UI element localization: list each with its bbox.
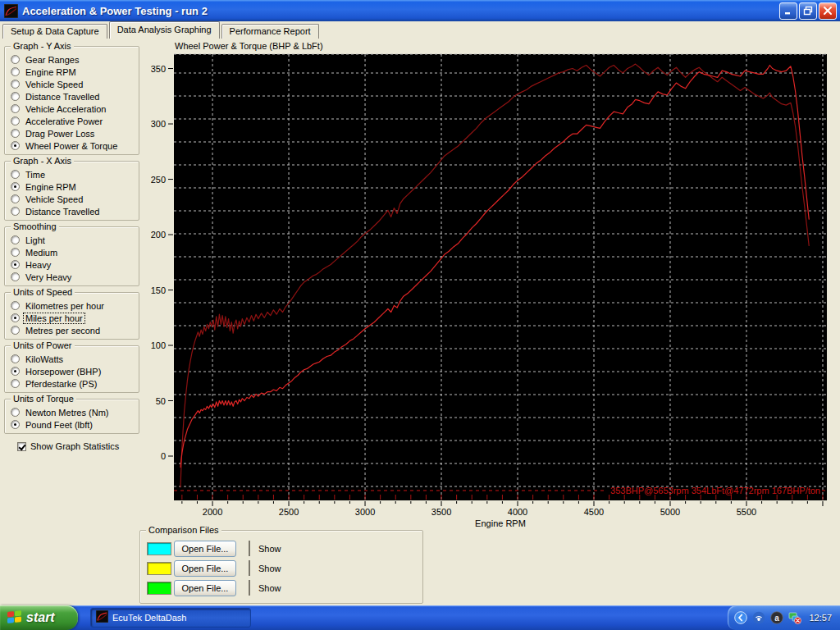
radio-label: Gear Ranges [24,55,80,65]
a-badge-icon[interactable]: a [770,611,783,624]
radio-label: Drag Power Loss [24,129,96,139]
open-file-button[interactable]: Open File... [174,560,236,577]
radio-accelerative-power[interactable]: Accelerative Power [11,115,137,127]
checkbox-icon [249,560,250,576]
radio-icon [11,301,20,310]
radio-very-heavy[interactable]: Very Heavy [11,271,137,283]
tab-performance-report[interactable]: Performance Report [221,24,319,39]
graph-controls-panel: Graph - Y AxisGear RangesEngine RPMVehic… [4,46,139,451]
show-graph-statistics-checkbox[interactable]: Show Graph Statistics [17,441,139,451]
titlebar[interactable]: Acceleration & Power Testing - run 2 [0,0,840,21]
svg-text:5000: 5000 [660,507,680,517]
tab-page: Graph - Y AxisGear RangesEngine RPMVehic… [0,39,840,605]
radio-heavy[interactable]: Heavy [11,258,137,271]
radio-engine-rpm[interactable]: Engine RPM [11,180,137,193]
radio-distance-travelled[interactable]: Distance Travelled [11,205,137,217]
radio-drag-power-loss[interactable]: Drag Power Loss [11,127,137,139]
radio-horsepower-bhp[interactable]: Horsepower (BHP) [11,365,137,377]
radio-icon [11,420,20,429]
group-graph-x-axis: Graph - X AxisTimeEngine RPMVehicle Spee… [4,161,139,221]
radio-label: Medium [24,248,59,258]
svg-text:3500: 3500 [431,507,451,517]
group-label: Graph - Y Axis [11,41,74,51]
radio-vehicle-speed[interactable]: Vehicle Speed [11,193,137,205]
comparison-color-swatch [147,542,171,555]
radio-label: Metres per second [24,326,102,336]
radio-label: Light [24,235,47,245]
show-checkbox[interactable] [249,541,254,556]
radio-wheel-power-torque[interactable]: Wheel Power & Torque [11,139,137,152]
radio-label: Horsepower (BHP) [24,367,103,377]
radio-icon [11,92,20,101]
radio-icon [11,248,20,257]
radio-label: Wheel Power & Torque [24,141,119,151]
radio-icon [11,354,20,363]
taskbar: start EcuTek DeltaDash [0,605,840,630]
task-app-icon [96,610,108,626]
chart-area: Wheel Power & Torque (BHP & LbFt) 050100… [148,41,837,533]
radio-newton-metres-nm[interactable]: Newton Metres (Nm) [11,406,137,418]
checkbox-icon [249,541,250,556]
radio-medium[interactable]: Medium [11,246,137,258]
svg-text:350: 350 [151,64,166,74]
radio-icon [11,67,20,76]
window-title: Acceleration & Power Testing - run 2 [22,5,779,17]
show-label: Show [258,583,281,593]
radio-icon [11,235,20,244]
checkbox-icon [249,580,250,596]
radio-icon [11,260,20,269]
close-button[interactable] [819,2,837,20]
radio-label: Newton Metres (Nm) [24,408,110,418]
tab-data-analysis-graphing[interactable]: Data Analysis Graphing [109,21,220,39]
radio-icon [11,182,20,191]
tab-setup-data-capture[interactable]: Setup & Data Capture [2,24,107,39]
radio-icon [11,207,20,216]
group-label: Units of Torque [11,394,76,404]
open-file-button[interactable]: Open File... [174,541,236,557]
restore-button[interactable] [799,2,817,20]
radio-light[interactable]: Light [11,234,137,246]
radio-icon [11,170,20,179]
radio-label: Very Heavy [24,272,73,282]
collapse-chevron-icon[interactable] [734,611,747,624]
wireless-signal-icon[interactable] [752,611,765,624]
radio-pound-feet-lbft[interactable]: Pound Feet (lbft) [11,418,137,431]
minimize-button[interactable] [779,2,797,20]
radio-pferdestarke-ps[interactable]: Pferdestarke (PS) [11,377,137,390]
task-button-ecutek-deltadash[interactable]: EcuTek DeltaDash [90,608,251,628]
radio-time[interactable]: Time [11,168,137,180]
radio-engine-rpm[interactable]: Engine RPM [11,66,137,78]
svg-text:4500: 4500 [584,507,604,517]
radio-vehicle-speed[interactable]: Vehicle Speed [11,78,137,90]
radio-distance-travelled[interactable]: Distance Travelled [11,90,137,103]
group-units-of-torque: Units of TorqueNewton Metres (Nm)Pound F… [4,399,139,434]
radio-kilowatts[interactable]: KiloWatts [11,353,137,365]
radio-vehicle-acceleration[interactable]: Vehicle Acceleration [11,103,137,115]
comparison-color-swatch [147,562,171,575]
radio-label: Distance Travelled [24,207,102,217]
radio-kilometres-per-hour[interactable]: Kilometres per hour [11,299,137,312]
taskbar-clock: 12:57 [809,613,832,623]
radio-icon [11,80,20,89]
open-file-button[interactable]: Open File... [174,580,236,596]
graph-statistics-annotation: 353BHP@5653rpm 354LbFt@4772rpm 167BHP/to… [610,486,820,495]
radio-icon [11,194,20,203]
svg-text:100: 100 [151,340,166,350]
radio-icon [11,129,20,138]
svg-text:4000: 4000 [508,507,527,517]
windows-flag-icon [7,609,22,627]
radio-icon [11,272,20,281]
radio-gear-ranges[interactable]: Gear Ranges [11,53,137,66]
radio-metres-per-second[interactable]: Metres per second [11,324,137,336]
show-checkbox[interactable] [249,561,254,576]
group-label: Units of Power [11,340,75,350]
start-button[interactable]: start [0,605,78,630]
comparison-files-label: Comparison Files [146,525,221,535]
show-checkbox[interactable] [249,581,254,596]
group-label: Graph - X Axis [11,156,74,166]
network-error-icon[interactable] [788,611,801,624]
radio-miles-per-hour[interactable]: Miles per hour [11,312,137,324]
comparison-color-swatch [147,582,171,595]
power-torque-plot: 0501001502002503003502000250030003500400… [148,41,837,533]
radio-icon [11,379,20,388]
